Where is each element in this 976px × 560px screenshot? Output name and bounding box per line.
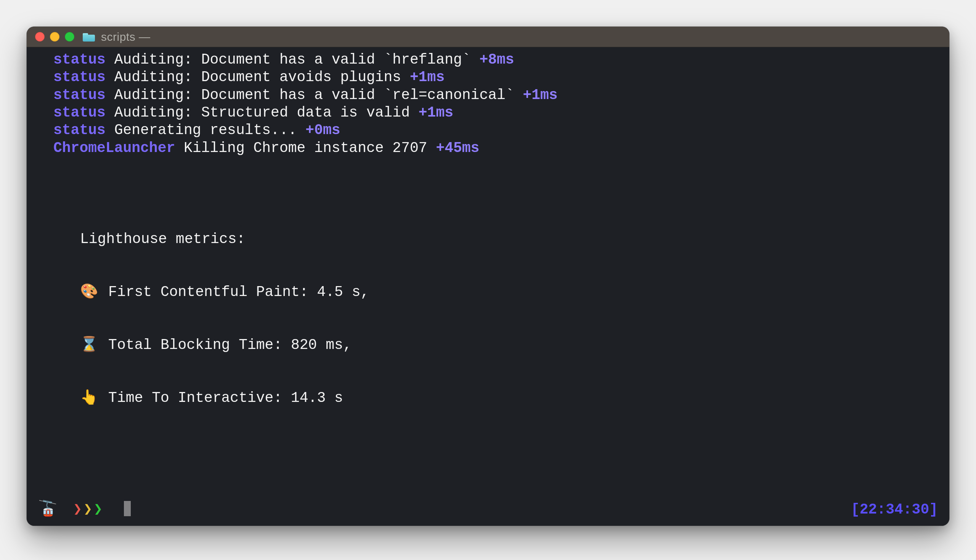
log-line: status Auditing: Document has a valid `r… [53, 87, 938, 104]
log-message: Auditing: Structured data is valid [114, 104, 410, 121]
log-line: status Generating results... +0ms [53, 122, 938, 139]
terminal-body[interactable]: status Auditing: Document has a valid `h… [27, 47, 949, 526]
aerial-tram-icon: 🚡 [38, 502, 57, 517]
metric-row: 🎨 First Contentful Paint: 4.5 s, [80, 283, 938, 301]
log-message: Auditing: Document has a valid `hreflang… [114, 52, 471, 68]
hourglass-icon: ⌛ [80, 337, 100, 354]
log-line: status Auditing: Document avoids plugins… [53, 68, 938, 86]
log-timing: +1ms [523, 87, 557, 103]
log-line: status Auditing: Structured data is vali… [53, 104, 938, 122]
log-timing: +8ms [479, 52, 514, 68]
log-timing: +45ms [436, 140, 479, 156]
log-tag: ChromeLauncher [53, 140, 175, 156]
terminal-window: scripts — status Auditing: Document has … [27, 27, 949, 526]
touch-icon: 👆 [80, 389, 100, 407]
command-input[interactable] [120, 501, 131, 519]
zoom-window-button[interactable] [65, 32, 74, 42]
palette-icon: 🎨 [80, 283, 100, 301]
log-timing: +1ms [410, 69, 445, 85]
metric-value: 4.5 s, [317, 284, 369, 300]
log-timing: +0ms [305, 122, 340, 138]
log-message: Auditing: Document avoids plugins [114, 69, 401, 85]
close-window-button[interactable] [35, 32, 45, 42]
log-tag: status [53, 52, 105, 68]
metric-label: Total Blocking Time: [108, 337, 282, 353]
log-line: status Auditing: Document has a valid `h… [53, 51, 938, 68]
log-tag: status [53, 122, 105, 138]
window-title: scripts — [101, 30, 150, 43]
log-line: ChromeLauncher Killing Chrome instance 2… [53, 140, 938, 157]
prompt-bar: 🚡 ❯❯❯ [22:34:30] [38, 501, 938, 519]
folder-icon [83, 32, 95, 42]
log-tag: status [53, 104, 105, 121]
traffic-lights [35, 32, 74, 42]
metric-label: Time To Interactive: [108, 390, 282, 406]
log-message: Generating results... [114, 122, 297, 138]
log-tag: status [53, 69, 105, 85]
metrics-heading: Lighthouse metrics: [80, 230, 938, 248]
metrics-block: Lighthouse metrics: 🎨 First Contentful P… [38, 195, 938, 442]
log-message: Auditing: Document has a valid `rel=cano… [114, 87, 514, 103]
metric-row: ⌛ Total Blocking Time: 820 ms, [80, 337, 938, 354]
clock: [22:34:30] [851, 501, 938, 518]
minimize-window-button[interactable] [50, 32, 60, 42]
titlebar: scripts — [27, 27, 949, 47]
metric-row: 👆 Time To Interactive: 14.3 s [80, 389, 938, 407]
cursor [124, 501, 131, 516]
log-output: status Auditing: Document has a valid `h… [38, 51, 938, 157]
log-tag: status [53, 87, 105, 103]
metric-label: First Contentful Paint: [108, 284, 308, 300]
prompt-chevrons: ❯❯❯ [73, 501, 104, 518]
metric-value: 14.3 s [291, 390, 343, 406]
log-message: Killing Chrome instance 2707 [184, 140, 427, 156]
log-timing: +1ms [419, 104, 453, 121]
metric-value: 820 ms, [291, 337, 352, 353]
